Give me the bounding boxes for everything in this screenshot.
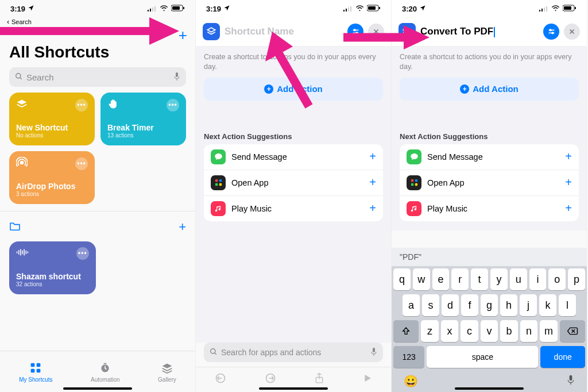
- svg-rect-34: [350, 6, 351, 11]
- add-action-button[interactable]: + Add Action: [204, 78, 383, 101]
- run-button[interactable]: [363, 373, 372, 386]
- suggestion-send-message[interactable]: Send Message +: [204, 144, 383, 170]
- shortcut-app-icon[interactable]: [399, 23, 416, 40]
- keyboard[interactable]: "PDF" qwertyuiop asdfghjkl zxcvbnm 123 s…: [392, 248, 587, 392]
- more-icon[interactable]: •••: [75, 157, 88, 170]
- add-icon[interactable]: +: [565, 150, 572, 163]
- key-v[interactable]: v: [481, 320, 498, 342]
- key-d[interactable]: d: [442, 294, 459, 316]
- key-y[interactable]: y: [490, 268, 508, 290]
- svg-line-15: [20, 77, 22, 79]
- new-shortcut-plus-button[interactable]: +: [179, 29, 187, 41]
- key-o[interactable]: o: [548, 268, 566, 290]
- redo-button[interactable]: [265, 372, 276, 387]
- settings-button[interactable]: [543, 24, 559, 40]
- status-time: 3:19: [206, 5, 221, 13]
- suggestion-open-app[interactable]: Open App +: [204, 170, 383, 196]
- shortcut-card-break-timer[interactable]: ••• Break Timer 13 actions: [100, 93, 186, 145]
- airdrop-icon: [16, 157, 28, 171]
- add-icon[interactable]: +: [565, 202, 572, 215]
- shift-key[interactable]: [393, 320, 419, 342]
- search-input[interactable]: Search: [9, 67, 186, 87]
- home-indicator[interactable]: [259, 387, 328, 390]
- more-icon[interactable]: •••: [75, 99, 88, 112]
- back-to-search[interactable]: Search: [0, 17, 195, 26]
- share-button[interactable]: [314, 372, 324, 387]
- key-g[interactable]: g: [481, 294, 498, 316]
- tab-gallery[interactable]: Gallery: [158, 361, 176, 383]
- shortcut-card-new-shortcut[interactable]: ••• New Shortcut No actions: [9, 93, 95, 145]
- shortcut-app-icon[interactable]: [203, 23, 220, 40]
- shortcut-card-shazam[interactable]: ••• Shazam shortcut 32 actions: [9, 241, 96, 294]
- key-w[interactable]: w: [413, 268, 430, 290]
- suggestion-label: Play Music: [231, 204, 272, 213]
- key-p[interactable]: p: [568, 268, 585, 290]
- status-time: 3:20: [402, 5, 417, 13]
- done-key[interactable]: done: [540, 346, 585, 368]
- shortcut-name-input[interactable]: Shortcut Name: [225, 26, 343, 37]
- close-button[interactable]: [368, 24, 384, 40]
- add-icon[interactable]: +: [369, 176, 376, 189]
- suggestion-open-app[interactable]: Open App +: [400, 170, 579, 196]
- clock-icon: [98, 361, 112, 375]
- dictate-icon[interactable]: [370, 347, 377, 358]
- key-m[interactable]: m: [540, 320, 558, 342]
- more-icon[interactable]: •••: [167, 99, 179, 112]
- close-button[interactable]: [564, 24, 580, 40]
- key-h[interactable]: h: [500, 294, 517, 316]
- key-f[interactable]: f: [461, 294, 478, 316]
- app-grid-icon: [211, 175, 226, 190]
- space-key[interactable]: space: [427, 346, 538, 368]
- numbers-key[interactable]: 123: [393, 346, 424, 368]
- key-t[interactable]: t: [471, 268, 488, 290]
- add-icon[interactable]: +: [369, 202, 376, 215]
- key-z[interactable]: z: [421, 320, 439, 342]
- shortcut-card-airdrop-photos[interactable]: ••• AirDrop Photos 3 actions: [9, 151, 95, 204]
- key-c[interactable]: c: [461, 320, 478, 342]
- home-indicator[interactable]: [455, 387, 524, 390]
- action-search-input[interactable]: Search for apps and actions: [204, 343, 383, 362]
- suggestion-play-music[interactable]: Play Music +: [204, 196, 383, 221]
- key-r[interactable]: r: [451, 268, 469, 290]
- key-e[interactable]: e: [432, 268, 450, 290]
- add-action-button[interactable]: + Add Action: [400, 78, 579, 101]
- screen-new-shortcut-editor: 3:19 Shortcut Name Create a shortcut to …: [196, 0, 392, 392]
- signal-icon: [539, 5, 548, 13]
- tab-my-shortcuts[interactable]: My Shortcuts: [19, 361, 52, 383]
- more-icon[interactable]: •••: [76, 247, 89, 260]
- svg-rect-28: [31, 368, 35, 372]
- key-j[interactable]: j: [520, 294, 537, 316]
- folder-row[interactable]: +: [9, 220, 186, 235]
- add-icon[interactable]: +: [369, 150, 376, 163]
- shortcut-name-input[interactable]: Convert To PDF: [420, 26, 539, 37]
- status-bar: 3:19: [0, 0, 195, 17]
- backspace-key[interactable]: [560, 320, 585, 342]
- home-indicator[interactable]: [63, 387, 132, 390]
- keyboard-suggestion-bar[interactable]: "PDF": [392, 248, 587, 266]
- card-subtitle: No actions: [16, 132, 88, 139]
- dictate-key[interactable]: [567, 374, 575, 389]
- undo-button[interactable]: [215, 372, 226, 387]
- key-q[interactable]: q: [393, 268, 411, 290]
- emoji-key[interactable]: 😀: [404, 374, 418, 389]
- suggestion-play-music[interactable]: Play Music +: [400, 196, 579, 221]
- suggestion-send-message[interactable]: Send Message +: [400, 144, 579, 170]
- key-l[interactable]: l: [559, 294, 576, 316]
- tab-automation[interactable]: Automation: [91, 361, 120, 383]
- dictate-icon[interactable]: [173, 72, 180, 83]
- svg-rect-60: [546, 6, 547, 11]
- key-u[interactable]: u: [510, 268, 527, 290]
- folder-add-button[interactable]: +: [179, 220, 186, 235]
- settings-button[interactable]: [347, 24, 363, 40]
- key-n[interactable]: n: [520, 320, 538, 342]
- battery-icon: [171, 5, 185, 13]
- key-k[interactable]: k: [539, 294, 556, 316]
- key-b[interactable]: b: [500, 320, 518, 342]
- kb-suggestion[interactable]: "PDF": [400, 252, 421, 262]
- key-a[interactable]: a: [403, 294, 420, 316]
- key-i[interactable]: i: [529, 268, 547, 290]
- add-icon[interactable]: +: [565, 176, 572, 189]
- key-s[interactable]: s: [422, 294, 439, 316]
- svg-rect-64: [575, 7, 576, 9]
- key-x[interactable]: x: [441, 320, 459, 342]
